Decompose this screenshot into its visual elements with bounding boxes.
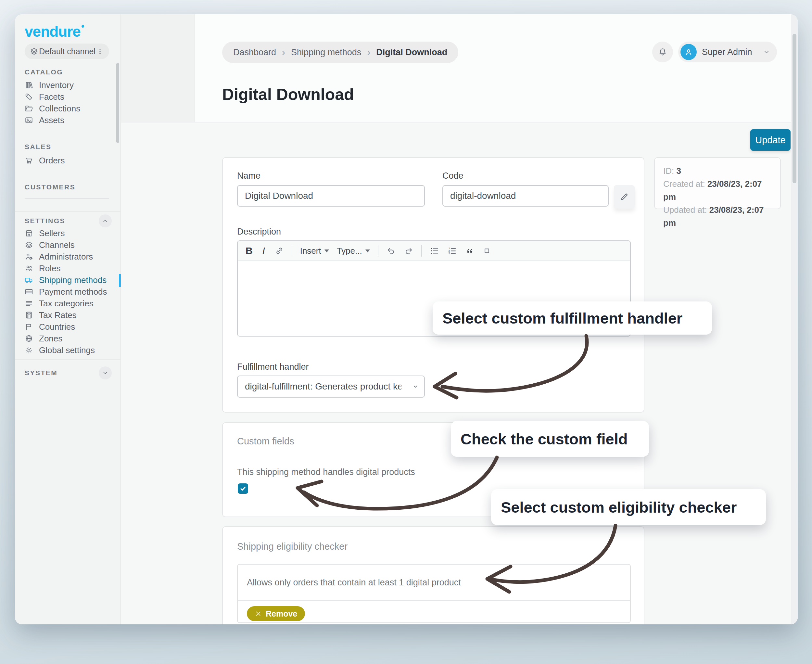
horizontal-rule-icon[interactable] xyxy=(482,246,491,256)
remove-label: Remove xyxy=(266,609,297,618)
sidebar-item-shipping-methods[interactable]: Shipping methods xyxy=(25,274,112,286)
breadcrumb-dashboard[interactable]: Dashboard xyxy=(233,47,276,57)
chevron-down-icon xyxy=(411,382,420,391)
admin-app-window: vendure Default channel CATALOG Inventor… xyxy=(15,14,798,624)
chevron-up-icon xyxy=(101,217,109,225)
user-name: Super Admin xyxy=(702,47,757,57)
digital-products-checkbox[interactable] xyxy=(238,483,248,494)
insert-menu[interactable]: Insert xyxy=(300,246,329,256)
folder-icon xyxy=(25,104,33,113)
user-gear-icon xyxy=(25,252,33,261)
created-label: Created at: xyxy=(663,179,705,189)
sidebar-item-administrators[interactable]: Administrators xyxy=(25,251,112,262)
redo-icon[interactable] xyxy=(404,246,413,256)
italic-button[interactable]: I xyxy=(260,245,267,256)
user-menu[interactable]: Super Admin xyxy=(678,42,777,62)
sidebar-item-label: Orders xyxy=(39,156,65,166)
update-button[interactable]: Update xyxy=(750,129,791,151)
sidebar-item-assets[interactable]: Assets xyxy=(25,114,112,126)
sidebar-item-countries[interactable]: Countries xyxy=(25,321,112,333)
books-icon xyxy=(25,81,33,90)
sidebar-item-roles[interactable]: Roles xyxy=(25,262,112,274)
store-icon xyxy=(25,229,33,238)
sidebar-item-orders[interactable]: Orders xyxy=(25,155,112,166)
fulfillment-handler-value: digital-fulfillment: Generates product k… xyxy=(245,381,402,392)
sidebar-item-label: Inventory xyxy=(39,80,74,90)
code-input[interactable] xyxy=(443,185,609,207)
list-icon xyxy=(25,299,33,308)
link-icon[interactable] xyxy=(275,246,284,256)
sidebar-item-collections[interactable]: Collections xyxy=(25,103,112,114)
pencil-icon xyxy=(619,192,629,202)
sidebar: vendure Default channel CATALOG Inventor… xyxy=(15,14,121,624)
breadcrumb-shipping-methods[interactable]: Shipping methods xyxy=(291,47,361,57)
eligibility-checker-title: Shipping eligibility checker xyxy=(237,541,348,552)
image-icon xyxy=(25,116,33,124)
sidebar-item-payment-methods[interactable]: Payment methods xyxy=(25,286,112,298)
layers-icon xyxy=(25,241,33,249)
channel-label: Default channel xyxy=(38,47,96,56)
sidebar-item-tax-categories[interactable]: Tax categories xyxy=(25,298,112,309)
sidebar-item-zones[interactable]: Zones xyxy=(25,333,112,344)
sidebar-item-label: Administrators xyxy=(39,252,93,262)
page-title: Digital Download xyxy=(222,85,354,104)
sidebar-item-label: Shipping methods xyxy=(39,275,107,285)
sidebar-item-label: Assets xyxy=(39,116,64,125)
entity-info-panel: ID: 3 Created at: 23/08/23, 2:07 pm Upda… xyxy=(654,157,781,209)
edit-code-button[interactable] xyxy=(614,185,635,208)
sidebar-item-tax-rates[interactable]: Tax Rates xyxy=(25,309,112,321)
eligibility-checker-actions: Remove xyxy=(238,601,630,624)
notifications-button[interactable] xyxy=(652,42,673,62)
toolbar-divider xyxy=(421,245,422,257)
toolbar-divider xyxy=(292,245,292,257)
numbered-list-icon[interactable]: 123 xyxy=(447,246,457,256)
bullet-list-icon[interactable] xyxy=(430,246,439,256)
sidebar-item-global-settings[interactable]: Global settings xyxy=(25,344,112,356)
cart-icon xyxy=(25,156,33,165)
toolbar-divider xyxy=(378,245,378,257)
sidebar-item-label: Tax categories xyxy=(39,299,94,309)
expand-system-button[interactable] xyxy=(99,366,112,379)
section-heading-customers: CUSTOMERS xyxy=(25,183,75,191)
blockquote-icon[interactable] xyxy=(465,246,475,256)
description-label: Description xyxy=(237,227,281,237)
type-menu[interactable]: Type... xyxy=(337,246,370,256)
sidebar-item-facets[interactable]: Facets xyxy=(25,91,112,103)
sidebar-item-sellers[interactable]: Sellers xyxy=(25,228,112,239)
breadcrumb: Dashboard › Shipping methods › Digital D… xyxy=(222,42,458,63)
sidebar-item-channels[interactable]: Channels xyxy=(25,239,112,251)
eligibility-checker-description: Allows only orders that contain at least… xyxy=(238,565,630,601)
close-icon xyxy=(255,610,262,617)
sidebar-item-label: Countries xyxy=(39,322,75,332)
channel-switcher[interactable]: Default channel xyxy=(25,44,109,59)
breadcrumb-separator: › xyxy=(282,47,285,58)
sidebar-item-inventory[interactable]: Inventory xyxy=(25,79,112,91)
avatar xyxy=(680,44,697,60)
page-scrollbar-thumb[interactable] xyxy=(792,34,796,183)
fulfillment-handler-select[interactable]: digital-fulfillment: Generates product k… xyxy=(237,376,425,398)
section-heading-catalog: CATALOG xyxy=(25,68,63,76)
shipping-method-detail-card: Name Code Description B I Insert Type...… xyxy=(222,157,644,413)
bold-button[interactable]: B xyxy=(246,245,253,256)
section-heading-sales: SALES xyxy=(25,143,52,151)
chevron-down-icon xyxy=(763,48,770,56)
sidebar-divider xyxy=(25,198,109,199)
layers-icon xyxy=(30,47,38,55)
logo-trademark-dot xyxy=(81,25,84,28)
flag-icon xyxy=(25,322,33,331)
digital-products-checkbox-label: This shipping method handles digital pro… xyxy=(237,467,415,477)
sidebar-item-label: Collections xyxy=(39,104,80,114)
custom-fields-title: Custom fields xyxy=(237,436,294,447)
name-input[interactable] xyxy=(237,185,425,207)
section-heading-system: SYSTEM xyxy=(25,369,57,377)
remove-checker-button[interactable]: Remove xyxy=(247,606,305,621)
gear-icon xyxy=(25,346,33,355)
bell-icon xyxy=(658,47,667,57)
page-scrollbar-track[interactable] xyxy=(791,14,798,624)
name-label: Name xyxy=(237,171,260,181)
sidebar-item-label: Channels xyxy=(39,240,75,250)
collapse-settings-button[interactable] xyxy=(99,215,112,228)
sidebar-scrollbar[interactable] xyxy=(116,63,119,143)
kebab-menu-icon[interactable] xyxy=(96,47,104,55)
undo-icon[interactable] xyxy=(386,246,396,256)
